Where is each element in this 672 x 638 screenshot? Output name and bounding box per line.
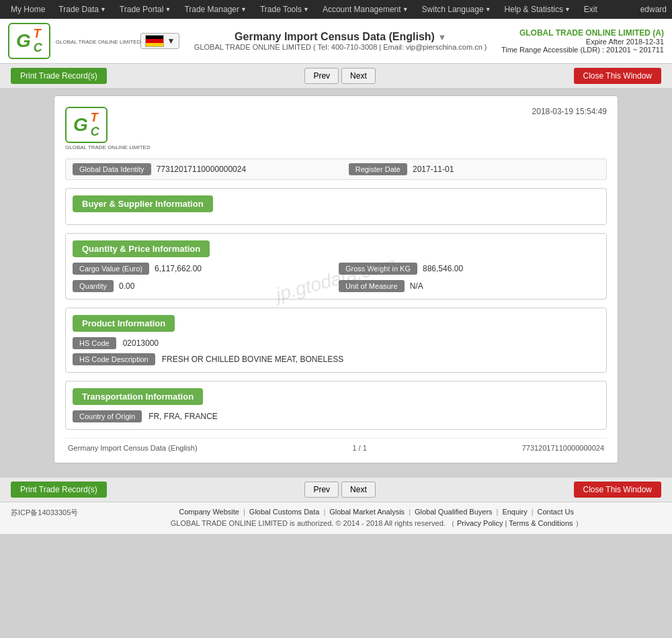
user-display: edward: [640, 5, 667, 14]
record-footer-left: Germany Import Census Data (English): [68, 444, 198, 452]
logo-subtitle: GLOBAL TRADE ONLINE LIMITED: [56, 39, 141, 45]
nav-trade-portal[interactable]: Trade Portal ▼: [114, 2, 177, 17]
record-logo-g: G: [73, 114, 88, 136]
flag-arrow: ▼: [167, 36, 175, 46]
bottom-action-bar: Print Trade Record(s) Prev Next Close Th…: [0, 477, 672, 502]
quantity-price-section: Quantity & Price Information Cargo Value…: [65, 233, 607, 300]
next-button-bottom[interactable]: Next: [341, 482, 376, 498]
hs-code-label: HS Code: [73, 337, 116, 349]
hs-code-desc-value: FRESH OR CHILLED BOVINE MEAT, BONELESS: [162, 355, 599, 364]
global-data-identity-value: 77312017110000000024: [157, 165, 343, 174]
prev-button-bottom[interactable]: Prev: [304, 482, 339, 498]
nav-trade-data[interactable]: Trade Data ▼: [53, 2, 112, 17]
quantity-label: Quantity: [73, 280, 114, 292]
prev-button-top[interactable]: Prev: [304, 68, 339, 84]
page-contact: GLOBAL TRADE ONLINE LIMITED ( Tel: 400-7…: [193, 43, 488, 51]
expire-date: Expire After 2018-12-31: [501, 38, 664, 46]
page-title-area: Germany Import Census Data (English) ▼ G…: [193, 31, 488, 51]
product-title: Product Information: [73, 315, 175, 332]
page-title: Germany Import Census Data (English) ▼: [193, 31, 488, 43]
unit-of-measure-value: N/A: [410, 281, 599, 291]
logo-area: G T C GLOBAL TRADE ONLINE LIMITED: [8, 23, 140, 59]
global-data-identity-label: Global Data Identity: [73, 163, 151, 175]
header-bar: G T C GLOBAL TRADE ONLINE LIMITED ▼ Germ…: [0, 19, 672, 64]
top-navigation: My Home Trade Data ▼ Trade Portal ▼ Trad…: [0, 0, 672, 19]
header-right-info: GLOBAL TRADE ONLINE LIMITED (A) Expire A…: [501, 28, 664, 54]
country-of-origin-field: Country of Origin FR, FRA, FRANCE: [73, 410, 599, 422]
nav-help-statistics[interactable]: Help & Statistics ▼: [499, 2, 576, 17]
record-logo: G T C GLOBAL TRADE ONLINE LIMITED: [65, 107, 151, 150]
record-logo-inner: G T C: [65, 107, 108, 143]
nav-exit[interactable]: Exit: [579, 2, 603, 17]
record-logo-c: C: [91, 125, 99, 139]
site-footer: 苏ICP备14033305号 Company Website | Global …: [0, 502, 672, 534]
gto-logo: G T C: [8, 23, 50, 59]
footer-copyright: GLOBAL TRADE ONLINE LIMITED is authorize…: [91, 518, 661, 529]
hs-code-desc-label: HS Code Description: [73, 353, 155, 365]
register-date-value: 2017-11-01: [413, 165, 599, 174]
ldr-range: Time Range Accessible (LDR) : 201201 ~ 2…: [501, 46, 664, 54]
hs-code-value: 02013000: [123, 338, 599, 348]
gross-weight-field: Gross Weight in KG 886,546.00: [339, 263, 599, 275]
country-of-origin-label: Country of Origin: [73, 410, 142, 422]
record-footer-right: 77312017110000000024: [522, 444, 604, 452]
footer-contact-us[interactable]: Contact Us: [538, 508, 574, 516]
print-button-bottom[interactable]: Print Trade Record(s): [11, 482, 107, 498]
nav-switch-language[interactable]: Switch Language ▼: [417, 2, 497, 17]
hs-code-field: HS Code 02013000: [73, 337, 599, 349]
gross-weight-label: Gross Weight in KG: [339, 263, 417, 275]
footer-global-buyers[interactable]: Global Qualified Buyers: [415, 508, 493, 516]
footer-global-market[interactable]: Global Market Analysis: [329, 508, 405, 516]
register-date-label: Register Date: [349, 163, 407, 175]
nav-my-home[interactable]: My Home: [5, 2, 50, 17]
unit-of-measure-label: Unit of Measure: [339, 280, 405, 292]
record-logo-tc: T C: [91, 111, 99, 139]
close-button-bottom[interactable]: Close This Window: [574, 482, 661, 498]
nav-trade-manager[interactable]: Trade Manager ▼: [179, 2, 252, 17]
record-footer-center: 1 / 1: [352, 444, 366, 452]
record-timestamp: 2018-03-19 15:54:49: [532, 107, 607, 116]
nav-trade-tools[interactable]: Trade Tools ▼: [255, 2, 314, 17]
cargo-value-field: Cargo Value (Euro) 6,117,662.00: [73, 263, 333, 275]
footer-enquiry[interactable]: Enquiry: [502, 508, 527, 516]
record-header: G T C GLOBAL TRADE ONLINE LIMITED 2018-0…: [65, 107, 607, 150]
cargo-value-label: Cargo Value (Euro): [73, 263, 149, 275]
quantity-price-fields: Cargo Value (Euro) 6,117,662.00 Gross We…: [73, 263, 599, 292]
nav-buttons-top: Prev Next: [304, 68, 375, 84]
top-action-bar: Print Trade Record(s) Prev Next Close Th…: [0, 64, 672, 89]
buyer-supplier-section: Buyer & Supplier Information: [65, 188, 607, 225]
print-button-top[interactable]: Print Trade Record(s): [11, 68, 107, 84]
buyer-supplier-title: Buyer & Supplier Information: [73, 195, 213, 212]
record-footer: Germany Import Census Data (English) 1 /…: [65, 438, 607, 452]
flag-selector[interactable]: ▼: [140, 33, 179, 49]
logo-tc: T C: [34, 27, 42, 55]
logo-c: C: [34, 41, 42, 55]
footer-global-customs[interactable]: Global Customs Data: [249, 508, 320, 516]
record-card: jp.gtodata.com G T C GLOBAL TRADE ONLINE…: [54, 95, 618, 463]
footer-links: Company Website | Global Customs Data | …: [91, 508, 661, 516]
next-button-top[interactable]: Next: [341, 68, 376, 84]
main-content: jp.gtodata.com G T C GLOBAL TRADE ONLINE…: [0, 89, 672, 477]
company-name: GLOBAL TRADE ONLINE LIMITED (A): [501, 28, 664, 38]
identity-row: Global Data Identity 7731201711000000002…: [65, 158, 607, 180]
icp-number: 苏ICP备14033305号: [11, 508, 78, 518]
quantity-value: 0.00: [119, 281, 333, 291]
record-logo-t: T: [91, 111, 99, 125]
footer-privacy-policy[interactable]: Privacy Policy: [457, 519, 503, 527]
unit-of-measure-field: Unit of Measure N/A: [339, 280, 599, 292]
logo-g: G: [16, 30, 31, 52]
cargo-value-value: 6,117,662.00: [155, 264, 333, 273]
nav-account-management[interactable]: Account Management ▼: [317, 2, 414, 17]
quantity-price-title: Quantity & Price Information: [73, 240, 210, 257]
transportation-section: Transportation Information Country of Or…: [65, 381, 607, 430]
logo-t: T: [34, 27, 42, 41]
close-button-top[interactable]: Close This Window: [574, 68, 661, 84]
country-of-origin-value: FR, FRA, FRANCE: [149, 412, 599, 421]
footer-terms[interactable]: Terms & Conditions: [509, 519, 573, 527]
record-logo-sub: GLOBAL TRADE ONLINE LIMITED: [65, 144, 151, 150]
german-flag: [145, 35, 164, 47]
transportation-title: Transportation Information: [73, 388, 203, 405]
footer-company-website[interactable]: Company Website: [179, 508, 239, 516]
nav-items-left: My Home Trade Data ▼ Trade Portal ▼ Trad…: [5, 2, 603, 17]
product-section: Product Information HS Code 02013000 HS …: [65, 308, 607, 373]
